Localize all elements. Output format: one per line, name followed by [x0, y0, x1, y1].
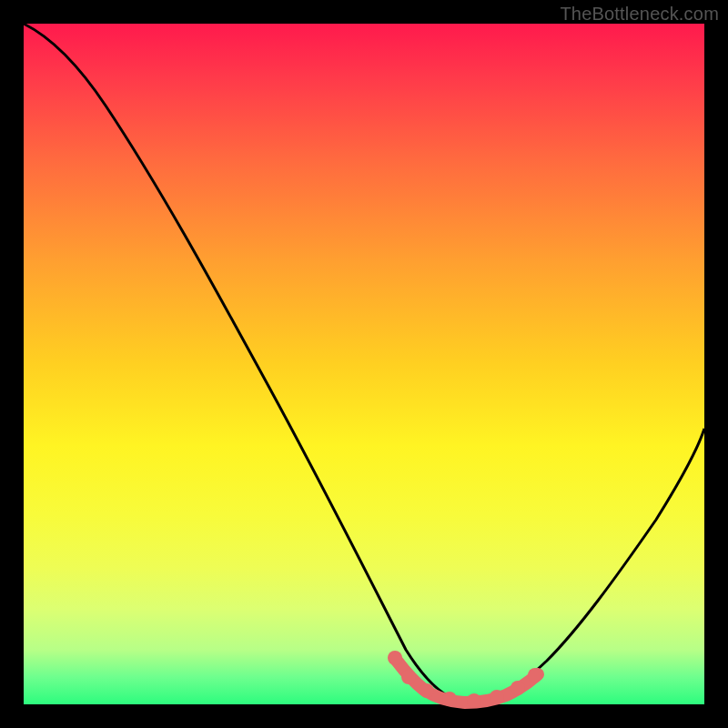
marker-dot [490, 690, 504, 704]
bottleneck-curve [24, 24, 704, 701]
marker-dot [420, 683, 434, 698]
marker-dot [528, 668, 542, 682]
marker-dot [467, 693, 481, 708]
marker-dot [401, 670, 416, 684]
chart-frame: TheBottleneck.com [0, 0, 728, 728]
marker-dot [388, 651, 402, 665]
chart-svg [24, 24, 704, 704]
plot-area [24, 24, 704, 704]
marker-dot [442, 692, 457, 706]
marker-dot [511, 681, 525, 695]
watermark-text: TheBottleneck.com [560, 4, 719, 25]
